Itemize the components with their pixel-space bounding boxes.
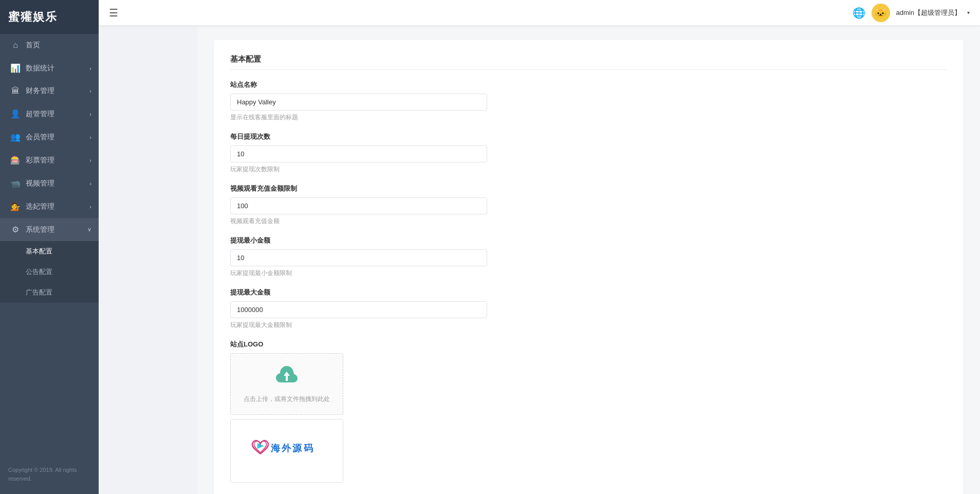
gear-icon: ⚙	[10, 225, 21, 234]
logo-preview-image: 海外源码	[241, 428, 333, 474]
sidebar-item-label: 会员管理	[26, 133, 54, 142]
header: ☰ 🌐 🐱 admin【超级管理员】 ▾	[99, 0, 980, 26]
chevron-right-icon: ›	[89, 134, 91, 140]
site-name-group: 站点名称 显示在线客服里面的标题	[230, 80, 947, 122]
max-withdrawal-group: 提现最大金额 玩家提现最大金额限制	[230, 288, 947, 330]
submenu-item-label: 公告配置	[26, 268, 52, 276]
min-withdrawal-label: 提现最小金额	[230, 236, 947, 245]
video-recharge-input[interactable]	[230, 197, 487, 214]
min-withdrawal-hint: 玩家提现最小金额限制	[230, 269, 947, 278]
chevron-right-icon: ›	[89, 204, 91, 210]
hostess-icon: 💁	[10, 202, 21, 211]
logo-preview-box: 海外源码	[230, 419, 343, 483]
site-name-input[interactable]	[230, 94, 487, 111]
sidebar-item-basic-config[interactable]: 基本配置	[0, 241, 99, 262]
users-icon: 👥	[10, 132, 21, 142]
video-icon: 📹	[10, 178, 21, 188]
video-recharge-group: 视频观看充值金额限制 视频观看充值金额	[230, 184, 947, 226]
daily-withdrawal-group: 每日提现次数 玩家提现次数限制	[230, 132, 947, 174]
chevron-right-icon: ›	[89, 88, 91, 94]
sidebar-item-video-mgmt[interactable]: 📹 视频管理 ›	[0, 172, 99, 195]
system-submenu: 基本配置 公告配置 广告配置	[0, 241, 99, 303]
copyright-text: Copyright © 2019. All rights reserved.	[0, 458, 99, 494]
logo-upload-box[interactable]: 点击上传，或将文件拖拽到此处	[230, 353, 343, 415]
sidebar-item-label: 财务管理	[26, 86, 54, 96]
sidebar-item-label: 首页	[26, 41, 40, 50]
hamburger-icon[interactable]: ☰	[109, 7, 118, 19]
lottery-icon: 🎰	[10, 155, 21, 165]
sidebar-item-finance[interactable]: 🏛 财务管理 ›	[0, 80, 99, 102]
max-withdrawal-label: 提现最大金额	[230, 288, 947, 297]
sidebar-logo: 蜜獾娱乐	[0, 0, 99, 34]
site-logo-group: 站点LOGO 点击上传，或将文件拖拽到此处	[230, 340, 947, 483]
site-name-hint: 显示在线客服里面的标题	[230, 113, 947, 122]
daily-withdrawal-hint: 玩家提现次数限制	[230, 165, 947, 174]
sidebar-item-label: 数据统计	[26, 64, 54, 73]
sidebar-item-hostess-mgmt[interactable]: 💁 选妃管理 ›	[0, 195, 99, 218]
sidebar-item-member-mgmt[interactable]: 👥 会员管理 ›	[0, 125, 99, 149]
sidebar-item-lottery-mgmt[interactable]: 🎰 彩票管理 ›	[0, 149, 99, 172]
submenu-item-label: 广告配置	[26, 288, 52, 296]
header-left: ☰	[109, 7, 118, 19]
cloud-upload-icon	[274, 364, 300, 391]
upload-hint-text: 点击上传，或将文件拖拽到此处	[244, 395, 330, 404]
home-icon: ⌂	[10, 41, 21, 50]
username-label[interactable]: admin【超级管理员】	[896, 8, 961, 17]
basic-config-card: 基本配置 站点名称 显示在线客服里面的标题 每日提现次数 玩家提现次数限制 视频…	[214, 40, 964, 494]
sidebar-item-label: 视频管理	[26, 179, 54, 188]
chevron-right-icon: ›	[89, 65, 91, 71]
submenu-item-label: 基本配置	[26, 247, 52, 255]
user-icon: 👤	[10, 109, 21, 119]
max-withdrawal-input[interactable]	[230, 301, 487, 318]
header-right: 🌐 🐱 admin【超级管理员】 ▾	[853, 4, 970, 22]
sidebar-item-system-mgmt[interactable]: ⚙ 系统管理 ∨	[0, 218, 99, 241]
globe-icon[interactable]: 🌐	[853, 7, 865, 19]
sidebar-item-ad-config[interactable]: 广告配置	[0, 282, 99, 303]
min-withdrawal-input[interactable]	[230, 249, 487, 266]
min-withdrawal-group: 提现最小金额 玩家提现最小金额限制	[230, 236, 947, 278]
sidebar-item-data-stats[interactable]: 📊 数据统计 ›	[0, 57, 99, 80]
video-recharge-label: 视频观看充值金额限制	[230, 184, 947, 193]
chart-icon: 📊	[10, 63, 21, 73]
chevron-right-icon: ›	[89, 111, 91, 117]
sidebar-item-label: 系统管理	[26, 225, 54, 234]
main-content: 基本配置 站点名称 显示在线客服里面的标题 每日提现次数 玩家提现次数限制 视频…	[197, 26, 980, 494]
dropdown-arrow-icon[interactable]: ▾	[967, 10, 970, 15]
site-logo-label: 站点LOGO	[230, 340, 947, 349]
sidebar: 蜜獾娱乐 ⌂ 首页 📊 数据统计 › 🏛 财务管理 › 👤 超管管理 › 👥 会…	[0, 0, 99, 494]
video-recharge-hint: 视频观看充值金额	[230, 217, 947, 226]
page-title: 基本配置	[230, 54, 947, 70]
chevron-right-icon: ›	[89, 157, 91, 163]
chevron-right-icon: ›	[89, 180, 91, 187]
bank-icon: 🏛	[10, 86, 21, 96]
daily-withdrawal-label: 每日提现次数	[230, 132, 947, 141]
sidebar-item-notice-config[interactable]: 公告配置	[0, 262, 99, 282]
avatar-emoji: 🐱	[874, 7, 887, 19]
daily-withdrawal-input[interactable]	[230, 145, 487, 162]
sidebar-item-label: 彩票管理	[26, 156, 54, 165]
sidebar-item-home[interactable]: ⌂ 首页	[0, 34, 99, 57]
max-withdrawal-hint: 玩家提现最大金额限制	[230, 321, 947, 330]
svg-text:海外源码: 海外源码	[271, 443, 315, 453]
sidebar-item-label: 选妃管理	[26, 202, 54, 211]
sidebar-item-label: 超管管理	[26, 109, 54, 119]
site-name-label: 站点名称	[230, 80, 947, 89]
avatar[interactable]: 🐱	[872, 4, 890, 22]
sidebar-item-admin-mgmt[interactable]: 👤 超管管理 ›	[0, 102, 99, 125]
chevron-down-icon: ∨	[87, 226, 91, 233]
